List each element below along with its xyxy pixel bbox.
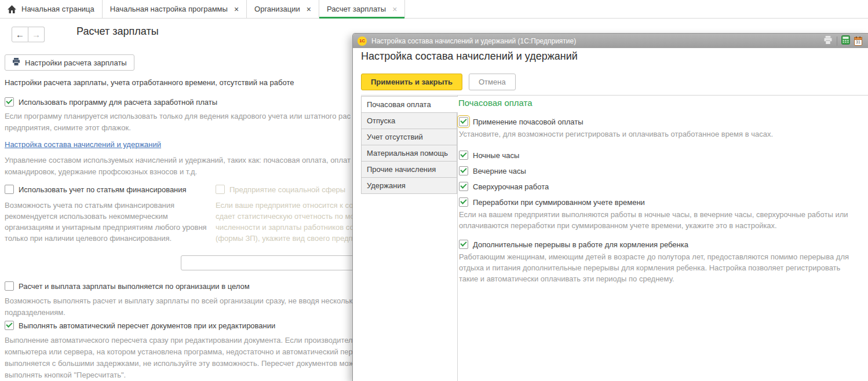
close-icon[interactable]: × [307,5,311,13]
main-tab-bar: Начальная страница Начальная настройка п… [0,0,868,19]
dialog-window-title: Настройка состава начислений и удержаний… [371,37,819,45]
feeding-breaks-label: Дополнительные перерывы в работе для кор… [473,240,688,249]
tab-organizations[interactable]: Организации × [247,0,319,18]
titlebar-tools: 31 [823,35,862,47]
finance-accounting-checkbox[interactable] [5,185,14,194]
tab-label: Начальная настройка программы [110,5,228,13]
button-label: Настройки расчета зарплаты [25,58,127,67]
feeding-breaks-checkbox[interactable] [459,240,468,249]
overtime-checkbox[interactable] [459,182,468,191]
apply-and-close-button[interactable]: Применить и закрыть [361,74,462,90]
social-sphere-row: Предприятие социальной сферы [216,185,345,194]
back-button[interactable]: ← [12,27,28,42]
tab-label: Расчет зарплаты [327,5,386,13]
tab-initial-setup[interactable]: Начальная настройка программы × [103,0,247,18]
dialog-tab-other-accruals[interactable]: Прочие начисления [361,161,457,178]
use-program-description: Если программу планируется использовать … [5,111,351,134]
panel-heading: Почасовая оплата [458,98,533,108]
history-nav: ← → [12,27,45,42]
cancel-button[interactable]: Отмена [469,74,516,90]
tab-label: Начальная страница [21,5,94,13]
overtime-row: Сверхурочная работа [459,182,549,191]
tab-label: Организации [254,5,300,13]
overwork-label: Переработки при суммированном учете врем… [473,198,645,207]
auto-recalc-description: Выполнение автоматического пересчета сра… [5,335,353,381]
home-icon [8,5,16,13]
page-title: Расчет зарплаты [76,25,159,38]
overtime-label: Сверхурочная работа [473,182,549,191]
hourly-pay-row: Применение почасовой оплаты [459,117,583,126]
calendar-day-number: 31 [854,40,862,44]
print-icon[interactable] [823,36,833,46]
finance-accounting-description: Возможность учета по статьям финансирова… [5,200,207,244]
tab-home[interactable]: Начальная страница [0,0,103,18]
night-hours-label: Ночные часы [473,151,519,160]
panel-top-border [361,95,868,96]
close-icon[interactable]: × [392,5,397,13]
dialog-tab-absences[interactable]: Учет отсутствий [361,129,457,145]
dialog-tab-list: Почасовая оплата Отпуска Учет отсутствий… [361,97,458,194]
auto-recalc-row: Выполнять автоматический пересчет докуме… [5,321,275,330]
dialog-tab-deductions[interactable]: Удержания [361,177,457,194]
finance-accounting-label: Использовать учет по статьям финансирова… [19,185,187,194]
social-sphere-description: Если ваше предприятие относится к со сда… [216,200,355,244]
deductions-link-description: Управление составом используемых начисле… [5,155,351,178]
dialog-tab-material-aid[interactable]: Материальная помощь [361,145,457,162]
whole-org-row: Расчет и выплата зарплаты выполняется по… [5,281,250,291]
dialog-buttons: Применить и закрыть Отмена [361,74,516,90]
evening-hours-label: Вечерние часы [473,167,526,175]
overwork-checkbox[interactable] [459,197,468,207]
deductions-settings-link[interactable]: Настройка состава начислений и удержаний [5,140,161,149]
calendar-icon[interactable]: 31 [854,36,862,46]
dialog-tab-vacations[interactable]: Отпуска [361,112,457,129]
dialog-tab-hourly-pay[interactable]: Почасовая оплата [361,96,458,113]
dialog-title-bar[interactable]: 1С Настройка состава начислений и удержа… [353,34,868,48]
overwork-description: Если на вашем предприятии выполняются ра… [459,209,848,231]
social-sphere-label: Предприятие социальной сферы [229,185,345,194]
use-program-label: Использовать программу для расчета зараб… [19,98,217,107]
evening-hours-checkbox[interactable] [459,166,468,175]
dialog-heading: Настройка состава начислений и удержаний [361,50,578,63]
auto-recalc-checkbox[interactable] [5,321,14,330]
forward-button[interactable]: → [28,27,45,42]
hourly-pay-label: Применение почасовой оплаты [473,118,583,126]
page-subtitle: Настройки расчета зарплаты, учета отрабо… [5,78,294,87]
1c-logo-icon: 1С [358,36,367,46]
calculator-icon[interactable] [841,35,850,47]
close-icon[interactable]: × [234,5,239,13]
night-hours-row: Ночные часы [459,151,519,160]
hourly-pay-description: Установите, для возможности регистрирова… [459,129,773,140]
use-program-row: Использовать программу для расчета зараб… [5,97,217,107]
printer-icon [12,58,20,67]
hourly-pay-checkbox[interactable] [459,117,468,126]
night-hours-checkbox[interactable] [459,151,468,160]
deductions-settings-dialog: 1С Настройка состава начислений и удержа… [352,33,868,381]
whole-org-checkbox[interactable] [5,281,14,291]
auto-recalc-label: Выполнять автоматический пересчет докуме… [19,321,275,330]
overwork-row: Переработки при суммированном учете врем… [459,197,645,207]
tab-salary-calculation[interactable]: Расчет зарплаты × [319,0,405,18]
whole-org-label: Расчет и выплата зарплаты выполняется по… [19,282,250,291]
use-program-checkbox[interactable] [5,97,14,107]
finance-accounting-row: Использовать учет по статьям финансирова… [5,185,187,194]
social-sphere-checkbox [216,185,225,194]
titlebar-separator [837,36,837,46]
evening-hours-row: Вечерние часы [459,166,526,175]
salary-settings-report-button[interactable]: Настройки расчета зарплаты [5,54,134,71]
feeding-breaks-description: Работающим женщинам, имеющим детей в воз… [459,251,849,284]
enterprise-type-input[interactable] [181,255,367,270]
feeding-breaks-row: Дополнительные перерывы в работе для кор… [459,240,688,249]
whole-org-description: Возможность выполнять расчет и выплату з… [5,295,352,318]
